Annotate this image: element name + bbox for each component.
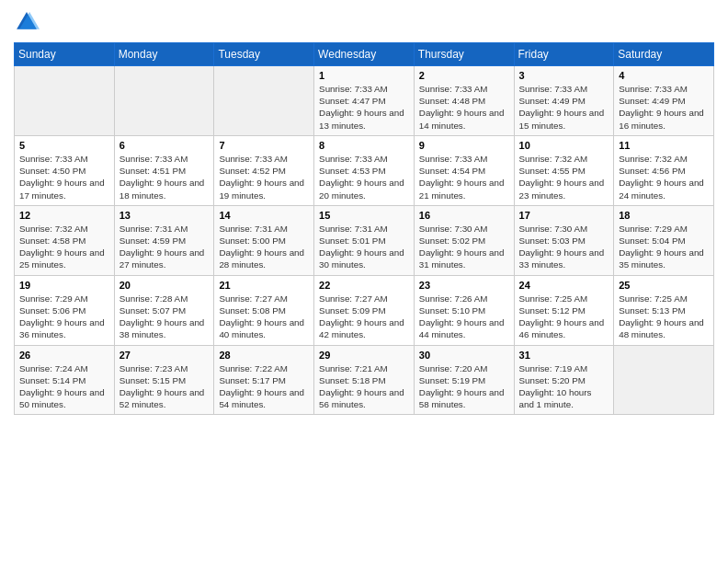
day-info: Sunrise: 7:31 AMSunset: 5:00 PMDaylight:… (219, 223, 309, 271)
day-number: 6 (119, 140, 210, 151)
calendar-cell: 5Sunrise: 7:33 AMSunset: 4:50 PMDaylight… (15, 135, 115, 205)
day-number: 23 (419, 280, 509, 291)
calendar-cell: 29Sunrise: 7:21 AMSunset: 5:18 PMDayligh… (314, 345, 415, 415)
calendar-cell: 12Sunrise: 7:32 AMSunset: 4:58 PMDayligh… (15, 205, 115, 275)
day-number: 20 (119, 280, 210, 291)
day-number: 3 (519, 70, 609, 81)
day-info: Sunrise: 7:31 AMSunset: 5:01 PMDaylight:… (319, 223, 409, 271)
day-info: Sunrise: 7:26 AMSunset: 5:10 PMDaylight:… (419, 293, 509, 341)
day-info: Sunrise: 7:27 AMSunset: 5:09 PMDaylight:… (319, 293, 409, 341)
day-number: 10 (519, 140, 609, 151)
calendar-cell (614, 345, 714, 415)
calendar-cell: 1Sunrise: 7:33 AMSunset: 4:47 PMDaylight… (314, 66, 415, 136)
day-info: Sunrise: 7:27 AMSunset: 5:08 PMDaylight:… (219, 293, 309, 341)
weekday-header: Tuesday (214, 43, 314, 66)
calendar-cell: 9Sunrise: 7:33 AMSunset: 4:54 PMDaylight… (414, 135, 514, 205)
calendar-cell (214, 66, 314, 136)
weekday-header: Sunday (15, 43, 115, 66)
calendar-cell: 20Sunrise: 7:28 AMSunset: 5:07 PMDayligh… (114, 275, 214, 345)
day-number: 15 (319, 210, 409, 221)
day-info: Sunrise: 7:33 AMSunset: 4:49 PMDaylight:… (619, 83, 709, 132)
day-number: 28 (219, 350, 309, 361)
day-info: Sunrise: 7:33 AMSunset: 4:52 PMDaylight:… (219, 153, 309, 201)
page: SundayMondayTuesdayWednesdayThursdayFrid… (0, 0, 728, 563)
day-info: Sunrise: 7:32 AMSunset: 4:58 PMDaylight:… (19, 223, 109, 271)
day-number: 26 (19, 350, 109, 361)
day-number: 25 (619, 280, 709, 291)
day-number: 7 (219, 140, 309, 151)
calendar-cell: 2Sunrise: 7:33 AMSunset: 4:48 PMDaylight… (414, 66, 514, 136)
day-info: Sunrise: 7:23 AMSunset: 5:15 PMDaylight:… (119, 362, 210, 411)
day-number: 4 (619, 70, 709, 81)
day-info: Sunrise: 7:33 AMSunset: 4:49 PMDaylight:… (519, 83, 609, 132)
calendar-body: 1Sunrise: 7:33 AMSunset: 4:47 PMDaylight… (15, 66, 714, 415)
day-number: 11 (619, 140, 709, 151)
day-info: Sunrise: 7:32 AMSunset: 4:56 PMDaylight:… (619, 153, 709, 201)
weekday-header: Thursday (414, 43, 514, 66)
day-number: 16 (419, 210, 509, 221)
calendar-cell: 15Sunrise: 7:31 AMSunset: 5:01 PMDayligh… (314, 205, 415, 275)
day-info: Sunrise: 7:31 AMSunset: 4:59 PMDaylight:… (119, 223, 210, 271)
day-info: Sunrise: 7:33 AMSunset: 4:48 PMDaylight:… (419, 83, 509, 132)
day-info: Sunrise: 7:33 AMSunset: 4:51 PMDaylight:… (119, 153, 210, 201)
day-number: 29 (319, 350, 409, 361)
day-number: 19 (19, 280, 109, 291)
day-number: 2 (419, 70, 509, 81)
calendar-cell (114, 66, 214, 136)
header (14, 9, 714, 35)
day-info: Sunrise: 7:33 AMSunset: 4:47 PMDaylight:… (319, 83, 409, 132)
day-info: Sunrise: 7:33 AMSunset: 4:50 PMDaylight:… (19, 153, 109, 201)
calendar-cell: 31Sunrise: 7:19 AMSunset: 5:20 PMDayligh… (514, 345, 614, 415)
day-number: 18 (619, 210, 709, 221)
calendar-cell (15, 66, 115, 136)
calendar-cell: 6Sunrise: 7:33 AMSunset: 4:51 PMDaylight… (114, 135, 214, 205)
calendar-cell: 19Sunrise: 7:29 AMSunset: 5:06 PMDayligh… (15, 275, 115, 345)
day-number: 1 (319, 70, 409, 81)
weekday-header: Saturday (614, 43, 714, 66)
weekday-row: SundayMondayTuesdayWednesdayThursdayFrid… (15, 43, 714, 66)
calendar-cell: 14Sunrise: 7:31 AMSunset: 5:00 PMDayligh… (214, 205, 314, 275)
calendar-cell: 26Sunrise: 7:24 AMSunset: 5:14 PMDayligh… (15, 345, 115, 415)
calendar-cell: 28Sunrise: 7:22 AMSunset: 5:17 PMDayligh… (214, 345, 314, 415)
day-info: Sunrise: 7:33 AMSunset: 4:53 PMDaylight:… (319, 153, 409, 201)
logo-icon (14, 9, 40, 35)
day-info: Sunrise: 7:33 AMSunset: 4:54 PMDaylight:… (419, 153, 509, 201)
day-number: 27 (119, 350, 210, 361)
day-info: Sunrise: 7:30 AMSunset: 5:02 PMDaylight:… (419, 223, 509, 271)
day-number: 13 (119, 210, 210, 221)
calendar-cell: 27Sunrise: 7:23 AMSunset: 5:15 PMDayligh… (114, 345, 214, 415)
calendar-cell: 23Sunrise: 7:26 AMSunset: 5:10 PMDayligh… (414, 275, 514, 345)
day-number: 17 (519, 210, 609, 221)
calendar-cell: 3Sunrise: 7:33 AMSunset: 4:49 PMDaylight… (514, 66, 614, 136)
calendar-cell: 22Sunrise: 7:27 AMSunset: 5:09 PMDayligh… (314, 275, 415, 345)
calendar-week-row: 5Sunrise: 7:33 AMSunset: 4:50 PMDaylight… (15, 135, 714, 205)
calendar-cell: 13Sunrise: 7:31 AMSunset: 4:59 PMDayligh… (114, 205, 214, 275)
day-number: 24 (519, 280, 609, 291)
day-info: Sunrise: 7:32 AMSunset: 4:55 PMDaylight:… (519, 153, 609, 201)
weekday-header: Monday (114, 43, 214, 66)
day-info: Sunrise: 7:29 AMSunset: 5:04 PMDaylight:… (619, 223, 709, 271)
day-info: Sunrise: 7:25 AMSunset: 5:12 PMDaylight:… (519, 293, 609, 341)
day-info: Sunrise: 7:29 AMSunset: 5:06 PMDaylight:… (19, 293, 109, 341)
calendar-cell: 10Sunrise: 7:32 AMSunset: 4:55 PMDayligh… (514, 135, 614, 205)
day-number: 30 (419, 350, 509, 361)
day-info: Sunrise: 7:25 AMSunset: 5:13 PMDaylight:… (619, 293, 709, 341)
calendar-cell: 16Sunrise: 7:30 AMSunset: 5:02 PMDayligh… (414, 205, 514, 275)
logo (14, 9, 43, 35)
calendar-week-row: 1Sunrise: 7:33 AMSunset: 4:47 PMDaylight… (15, 66, 714, 136)
day-info: Sunrise: 7:28 AMSunset: 5:07 PMDaylight:… (119, 293, 210, 341)
calendar-cell: 21Sunrise: 7:27 AMSunset: 5:08 PMDayligh… (214, 275, 314, 345)
calendar-header: SundayMondayTuesdayWednesdayThursdayFrid… (15, 43, 714, 66)
calendar-week-row: 26Sunrise: 7:24 AMSunset: 5:14 PMDayligh… (15, 345, 714, 415)
day-info: Sunrise: 7:30 AMSunset: 5:03 PMDaylight:… (519, 223, 609, 271)
calendar-week-row: 19Sunrise: 7:29 AMSunset: 5:06 PMDayligh… (15, 275, 714, 345)
calendar-cell: 11Sunrise: 7:32 AMSunset: 4:56 PMDayligh… (614, 135, 714, 205)
day-info: Sunrise: 7:21 AMSunset: 5:18 PMDaylight:… (319, 362, 409, 411)
weekday-header: Wednesday (314, 43, 415, 66)
calendar: SundayMondayTuesdayWednesdayThursdayFrid… (14, 42, 714, 415)
calendar-cell: 17Sunrise: 7:30 AMSunset: 5:03 PMDayligh… (514, 205, 614, 275)
day-number: 5 (19, 140, 109, 151)
calendar-cell: 18Sunrise: 7:29 AMSunset: 5:04 PMDayligh… (614, 205, 714, 275)
calendar-cell: 8Sunrise: 7:33 AMSunset: 4:53 PMDaylight… (314, 135, 415, 205)
day-info: Sunrise: 7:24 AMSunset: 5:14 PMDaylight:… (19, 362, 109, 411)
